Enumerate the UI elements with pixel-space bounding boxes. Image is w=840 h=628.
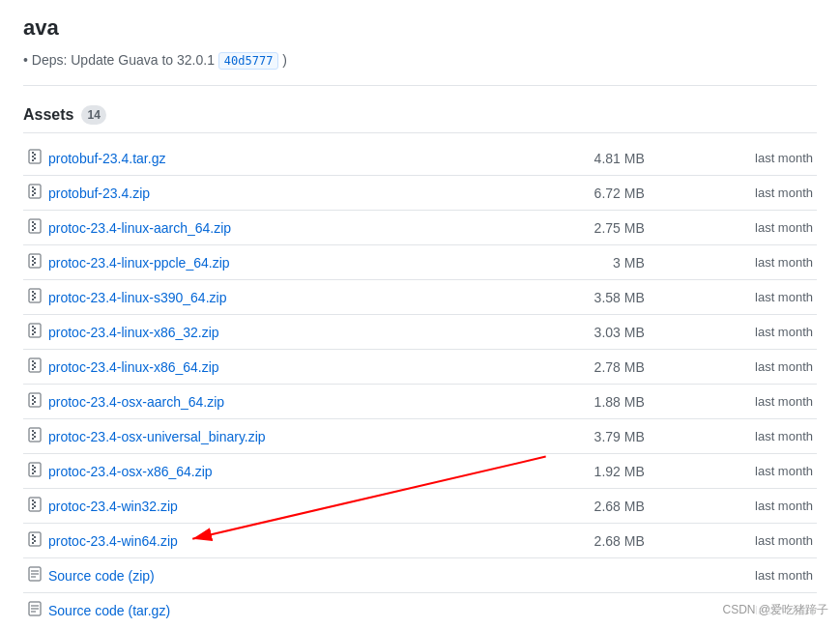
file-cell: Source code (tar.gz)	[27, 601, 496, 619]
svg-rect-36	[29, 358, 41, 372]
file-link[interactable]: protoc-23.4-linux-x86_32.zip	[48, 325, 219, 340]
archive-icon	[27, 184, 43, 202]
assets-count: 14	[81, 105, 105, 125]
svg-rect-49	[32, 430, 34, 432]
file-size: 6.72 MB	[500, 176, 649, 211]
svg-rect-16	[34, 223, 36, 225]
file-date: last month	[649, 454, 817, 489]
file-cell: protoc-23.4-osx-x86_64.zip	[27, 462, 496, 480]
svg-rect-44	[32, 399, 34, 401]
assets-table: protobuf-23.4.tar.gz4.81 MBlast month pr…	[23, 141, 817, 627]
svg-rect-62	[32, 503, 34, 505]
svg-rect-51	[32, 438, 34, 440]
file-cell: protoc-23.4-win64.zip	[27, 531, 496, 550]
source-code-icon	[27, 566, 43, 585]
svg-rect-57	[32, 472, 34, 474]
svg-rect-35	[34, 331, 36, 333]
svg-rect-21	[32, 264, 34, 266]
svg-rect-53	[34, 436, 36, 438]
file-date: last month	[649, 350, 817, 385]
svg-rect-43	[32, 395, 34, 397]
svg-rect-41	[34, 366, 36, 368]
table-row: protoc-23.4-linux-aarch_64.zip2.75 MBlas…	[23, 211, 817, 245]
file-cell: protoc-23.4-osx-universal_binary.zip	[27, 427, 496, 445]
archive-icon	[27, 357, 43, 376]
file-link[interactable]: Source code (zip)	[48, 568, 155, 584]
svg-rect-27	[32, 299, 34, 300]
file-link[interactable]: protoc-23.4-linux-x86_64.zip	[48, 359, 219, 375]
svg-rect-13	[32, 221, 34, 223]
table-row: protoc-23.4-win64.zip2.68 MBlast month	[23, 524, 817, 558]
file-link[interactable]: protoc-23.4-win32.zip	[48, 499, 178, 514]
svg-rect-37	[32, 360, 34, 362]
svg-rect-7	[32, 186, 34, 188]
table-row: protoc-23.4-linux-x86_32.zip3.03 MBlast …	[23, 315, 817, 350]
file-date: last month	[649, 385, 817, 419]
svg-rect-38	[32, 364, 34, 366]
file-link[interactable]: protoc-23.4-osx-aarch_64.zip	[48, 394, 224, 410]
commit-hash: 40d5777	[218, 52, 279, 70]
archive-icon	[27, 253, 43, 271]
file-size: 1.92 MB	[500, 454, 649, 489]
svg-rect-23	[34, 262, 36, 264]
svg-rect-15	[32, 229, 34, 231]
svg-rect-2	[32, 156, 34, 157]
file-date: last month	[649, 558, 817, 593]
assets-section: Assets 14 protobuf-23.4.tar.gz4.81 MBlas…	[23, 105, 817, 627]
svg-rect-61	[32, 500, 34, 501]
file-link[interactable]: protoc-23.4-osx-x86_64.zip	[48, 464, 213, 479]
file-date: last month	[649, 211, 817, 245]
svg-rect-50	[32, 434, 34, 436]
file-cell: protobuf-23.4.zip	[27, 184, 496, 202]
svg-rect-71	[34, 540, 36, 542]
file-size: 1.88 MB	[500, 385, 649, 419]
file-link[interactable]: Source code (tar.gz)	[48, 603, 170, 618]
table-row: protobuf-23.4.zip6.72 MBlast month	[23, 176, 817, 211]
assets-table-wrapper: protobuf-23.4.tar.gz4.81 MBlast month pr…	[23, 141, 817, 627]
file-date: last month	[649, 419, 817, 454]
archive-icon	[27, 323, 43, 341]
svg-rect-5	[34, 157, 36, 159]
svg-rect-26	[32, 295, 34, 297]
svg-rect-66	[29, 532, 41, 546]
svg-rect-54	[29, 463, 41, 476]
file-link[interactable]: protoc-23.4-osx-universal_binary.zip	[48, 429, 266, 444]
file-link[interactable]: protobuf-23.4.zip	[48, 186, 150, 201]
file-link[interactable]: protoc-23.4-win64.zip	[48, 533, 178, 549]
svg-rect-67	[32, 534, 34, 536]
commit-message: Deps: Update Guava to 32.0.1	[32, 52, 215, 68]
svg-rect-1	[32, 152, 34, 154]
file-link[interactable]: protobuf-23.4.tar.gz	[48, 151, 165, 166]
file-link[interactable]: protoc-23.4-linux-ppcle_64.zip	[48, 255, 230, 271]
commit-hash-link[interactable]: 40d5777	[218, 52, 282, 68]
svg-rect-11	[34, 192, 36, 194]
file-date: last month	[649, 176, 817, 211]
svg-rect-48	[29, 428, 41, 442]
svg-rect-12	[29, 219, 41, 233]
svg-rect-52	[34, 432, 36, 434]
file-cell: protoc-23.4-linux-ppcle_64.zip	[27, 253, 496, 271]
table-row: protoc-23.4-win32.zip2.68 MBlast month	[23, 489, 817, 524]
svg-rect-47	[34, 401, 36, 403]
archive-icon	[27, 288, 43, 306]
svg-rect-3	[32, 159, 34, 161]
svg-rect-4	[34, 154, 36, 156]
archive-icon	[27, 392, 43, 411]
file-size: 3.79 MB	[500, 419, 649, 454]
source-code-icon	[27, 601, 43, 619]
table-row: Source code (tar.gz)last month	[23, 593, 817, 628]
assets-title: Assets	[23, 106, 73, 124]
svg-rect-40	[34, 362, 36, 364]
file-cell: protoc-23.4-linux-x86_64.zip	[27, 357, 496, 376]
file-size: 4.81 MB	[500, 141, 649, 176]
file-size: 2.68 MB	[500, 524, 649, 558]
file-link[interactable]: protoc-23.4-linux-aarch_64.zip	[48, 220, 231, 236]
svg-rect-28	[34, 293, 36, 295]
svg-rect-10	[34, 188, 36, 190]
svg-rect-31	[32, 326, 34, 328]
file-cell: protoc-23.4-linux-s390_64.zip	[27, 288, 496, 306]
file-cell: protoc-23.4-linux-x86_32.zip	[27, 323, 496, 341]
file-link[interactable]: protoc-23.4-linux-s390_64.zip	[48, 290, 226, 305]
svg-rect-29	[34, 297, 36, 299]
svg-rect-6	[29, 185, 41, 198]
